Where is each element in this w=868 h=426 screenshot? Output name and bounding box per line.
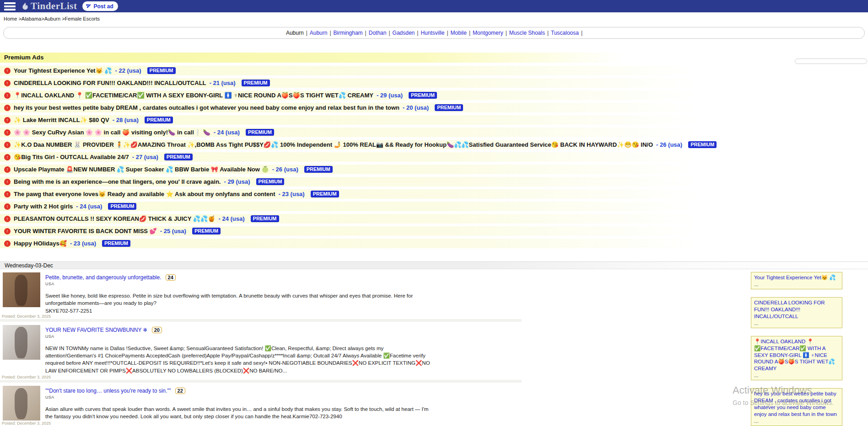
premium-ad-title-link[interactable]: Upscale Playmate 🚨NEW NUMBER 💦 Super Soa… bbox=[14, 166, 269, 173]
listing-body-text: NEW IN TOWNMy name is Dallas !Seductive,… bbox=[45, 345, 433, 374]
listings-list: Petite, brunette, and dangerously unforg… bbox=[0, 269, 522, 426]
premium-ad-title-link[interactable]: hey its your best wettes petite baby DRE… bbox=[14, 104, 399, 111]
city-separator: | bbox=[306, 30, 307, 36]
premium-ad-title-link[interactable]: 😘Big Tits Girl - OUTCALL Available 24/7 bbox=[14, 154, 129, 160]
brand-logo[interactable]: TinderList bbox=[21, 0, 77, 12]
up-arrow-icon: ↑ bbox=[4, 240, 11, 247]
city-separator: | bbox=[447, 30, 448, 36]
menu-bar bbox=[4, 2, 16, 4]
brand-name: TinderList bbox=[31, 0, 77, 12]
premium-ad-row: ↑ The pawg that everyone loves😼 Ready an… bbox=[0, 189, 760, 199]
city-link[interactable]: Mobile bbox=[451, 30, 467, 36]
menu-icon[interactable] bbox=[4, 2, 16, 11]
premium-ad-title-link[interactable]: 📍INCALL OAKLAND 📍 ✅FACETIME/CAR✅ WITH A … bbox=[14, 92, 373, 99]
listing-posted-date: Posted: December 3, 2025 bbox=[2, 314, 51, 319]
listing-location: USA bbox=[45, 282, 433, 286]
listing-thumbnail[interactable] bbox=[3, 386, 40, 421]
up-arrow-icon: ↑ bbox=[4, 142, 11, 148]
premium-ad-title-link[interactable]: ✨ Lake Merritt INCALL✨ $80 QV bbox=[14, 117, 109, 123]
sidebar-ad-title-link[interactable]: hey its your best wettes petite baby DRE… bbox=[754, 390, 839, 418]
listing-location: USA bbox=[45, 395, 433, 399]
city-link[interactable]: Dothan bbox=[369, 30, 387, 36]
breadcrumb[interactable]: Home >Alabama>Auburn >Female Escorts bbox=[0, 12, 868, 24]
sidebar-ad-title-link[interactable]: CINDERELLA LOOKING FOR FUN!!! OAKLAND!!!… bbox=[754, 299, 839, 320]
city-separator: | bbox=[388, 30, 390, 36]
listing-title-link[interactable]: YOUR NEW FAVORITE SNOWBUNNY ❄ bbox=[45, 327, 148, 333]
up-arrow-icon: ↑ bbox=[4, 68, 11, 74]
premium-ad-age-region: - 21 (usa) bbox=[210, 80, 236, 86]
premium-badge: PREMIUM bbox=[108, 203, 136, 210]
listing-body-text: Sweet like honey, bold like espresso. Pe… bbox=[45, 292, 433, 307]
premium-ad-row: ↑ Upscale Playmate 🚨NEW NUMBER 💦 Super S… bbox=[0, 165, 760, 174]
listing-content: "“Don't stare too long… unless you're re… bbox=[45, 386, 433, 421]
city-separator: | bbox=[581, 30, 582, 36]
city-separator: | bbox=[469, 30, 470, 36]
sidebar-ad-box: 📍INCALL OAKLAND 📍 ✅FACETIME/CAR✅ WITH A … bbox=[751, 336, 842, 381]
up-arrow-icon: ↑ bbox=[4, 92, 11, 99]
city-link[interactable]: Auburn bbox=[310, 30, 328, 36]
premium-ad-age-region: - 24 (usa) bbox=[218, 215, 244, 222]
top-nav-bar: TinderList Post ad bbox=[0, 0, 868, 12]
premium-ad-title-link[interactable]: 🌸 🌸 Sexy CuRvy Asian 🌸 🌸 in call 🍑 visit… bbox=[14, 129, 210, 136]
premium-badge: PREMIUM bbox=[435, 104, 463, 111]
post-ad-button[interactable]: Post ad bbox=[82, 1, 118, 11]
premium-ad-title-link[interactable]: Party with 2 Hot girls bbox=[14, 203, 73, 210]
listing-thumbnail[interactable] bbox=[3, 272, 40, 307]
listing-thumbnail[interactable] bbox=[3, 325, 40, 360]
sidebar-ad-box: CINDERELLA LOOKING FOR FUN!!! OAKLAND!!!… bbox=[751, 297, 842, 328]
premium-badge: PREMIUM bbox=[246, 129, 274, 136]
listing-title-row: Petite, brunette, and dangerously unforg… bbox=[45, 274, 433, 281]
premium-ad-age-region: - 27 (usa) bbox=[132, 154, 158, 160]
premium-ad-row: ↑ 🌸 🌸 Sexy CuRvy Asian 🌸 🌸 in call 🍑 vis… bbox=[0, 128, 760, 137]
premium-ad-age-region: - 29 (usa) bbox=[377, 92, 403, 99]
listing-title-row: YOUR NEW FAVORITE SNOWBUNNY ❄ 20 bbox=[45, 327, 433, 333]
post-ad-label: Post ad bbox=[93, 3, 113, 10]
premium-ad-age-region: - 22 (usa) bbox=[115, 67, 141, 74]
premium-ads-list: ↑ Your Tightest Experience Yet😼 💦 - 22 (… bbox=[0, 66, 868, 248]
city-link[interactable]: Muscle Shoals bbox=[509, 30, 545, 36]
premium-ad-title-link[interactable]: Happy HOlidays🥰 bbox=[14, 240, 67, 247]
premium-ad-age-region: - 23 (usa) bbox=[70, 240, 96, 247]
listing-title-link[interactable]: "“Don't stare too long… unless you're re… bbox=[45, 388, 171, 394]
premium-badge: PREMIUM bbox=[251, 215, 279, 222]
premium-badge: PREMIUM bbox=[192, 228, 221, 234]
city-link[interactable]: Montgomery bbox=[473, 30, 503, 36]
thumbnail-figure bbox=[15, 275, 27, 306]
premium-ad-title-link[interactable]: YOUR WINTER FAVORITE IS BACK DONT MISS 💕 bbox=[14, 228, 157, 234]
premium-ad-title-link[interactable]: Your Tightest Experience Yet😼 💦 bbox=[14, 67, 112, 74]
premium-ad-title-link[interactable]: The pawg that everyone loves😼 Ready and … bbox=[14, 191, 275, 197]
date-header: Wednesday-03-Dec bbox=[0, 261, 868, 269]
city-current: Auburn bbox=[286, 30, 304, 36]
city-link[interactable]: Tuscaloosa bbox=[551, 30, 579, 36]
premium-ad-row: ↑ YOUR WINTER FAVORITE IS BACK DONT MISS… bbox=[0, 226, 760, 236]
sidebar-ad-ellipsis: ... bbox=[754, 372, 839, 379]
listing-age-badge: 24 bbox=[166, 274, 176, 281]
city-link[interactable]: Gadsden bbox=[393, 30, 415, 36]
premium-ad-age-region: - 23 (usa) bbox=[279, 191, 305, 197]
listing-posted-date: Posted: December 3, 2025 bbox=[2, 375, 51, 379]
thumbnail-figure bbox=[15, 327, 27, 358]
city-link[interactable]: Birmingham bbox=[334, 30, 363, 36]
premium-ad-title-link[interactable]: Being with me is an experience—one that … bbox=[14, 178, 221, 185]
listing-location: USA bbox=[45, 334, 433, 339]
up-arrow-icon: ↑ bbox=[4, 203, 11, 210]
premium-ad-title-link[interactable]: PLEASANTON OUTCALLS !! SEXY KOREAN💋 THIC… bbox=[14, 215, 215, 222]
premium-ad-age-region: - 20 (usa) bbox=[403, 104, 429, 111]
premium-ad-row: ↑ Your Tightest Experience Yet😼 💦 - 22 (… bbox=[0, 66, 760, 75]
city-separator: | bbox=[365, 30, 367, 36]
sidebar-ad-box: Your Tightest Experience Yet😼 💦 ... bbox=[751, 272, 842, 289]
premium-badge: PREMIUM bbox=[242, 80, 270, 86]
premium-ad-title-link[interactable]: ✨K.O Daa NUMBER 🐰 PROVIDER 🧍✨💋AMAZING Th… bbox=[14, 141, 653, 148]
premium-badge: PREMIUM bbox=[311, 191, 339, 197]
premium-ad-title-link[interactable]: CINDERELLA LOOKING FOR FUN!!! OAKLAND!!!… bbox=[14, 80, 206, 86]
premium-ad-age-region: - 26 (usa) bbox=[272, 166, 298, 173]
premium-ad-row: ↑ Being with me is an experience—one tha… bbox=[0, 177, 760, 186]
listing-title-link[interactable]: Petite, brunette, and dangerously unforg… bbox=[45, 274, 162, 281]
premium-badge: PREMIUM bbox=[145, 117, 173, 123]
sidebar-ad-title-link[interactable]: 📍INCALL OAKLAND 📍 ✅FACETIME/CAR✅ WITH A … bbox=[754, 338, 839, 373]
premium-ad-row: ↑ 📍INCALL OAKLAND 📍 ✅FACETIME/CAR✅ WITH … bbox=[0, 91, 760, 100]
up-arrow-icon: ↑ bbox=[4, 191, 11, 197]
city-link[interactable]: Huntsville bbox=[421, 30, 444, 36]
sidebar-ad-title-link[interactable]: Your Tightest Experience Yet😼 💦 bbox=[754, 274, 839, 281]
listing-title-row: "“Don't stare too long… unless you're re… bbox=[45, 388, 433, 394]
